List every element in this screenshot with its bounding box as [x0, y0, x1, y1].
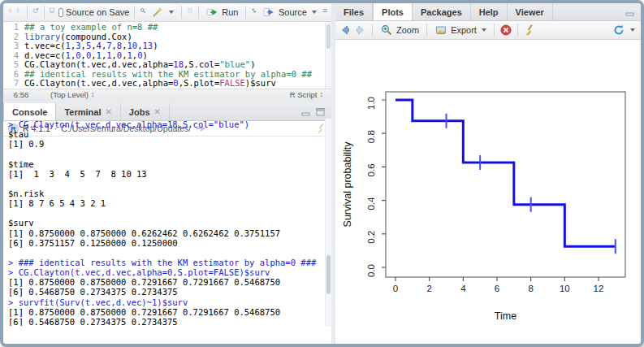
compile-report-icon[interactable] [187, 6, 193, 19]
previous-plot-icon[interactable] [339, 24, 352, 37]
svg-text:12: 12 [594, 284, 604, 293]
source-button[interactable]: Source [260, 5, 319, 20]
chevron-down-icon [169, 11, 174, 14]
console-line: $surv [8, 218, 325, 228]
line-number: 7 [3, 79, 24, 89]
minimize-pane-icon[interactable] [625, 7, 636, 18]
svg-text:0.8: 0.8 [366, 130, 376, 143]
export-plot-button[interactable]: Export [432, 23, 489, 37]
nav-back-icon[interactable] [6, 6, 13, 19]
run-label: Run [222, 7, 238, 17]
rerun-icon[interactable] [251, 6, 257, 19]
svg-text:Survival probability: Survival probability [342, 141, 353, 228]
tab-plots[interactable]: Plots [373, 3, 413, 20]
plots-toolbar: Zoom Export [335, 21, 641, 40]
tab-label: Terminal [64, 107, 101, 117]
console-line: [1] 1 3 4 5 7 8 10 13 [8, 169, 325, 179]
scope-label: (Top Level) [50, 90, 89, 99]
maximize-pane-icon[interactable] [315, 106, 326, 118]
console-line: > CG.Clayton(t.vec,d.vec,alpha=0,S.plot=… [8, 267, 325, 277]
console-line: > survfit(Surv(t.vec,d.vec)~1)$surv [8, 297, 325, 307]
search-icon[interactable] [140, 6, 146, 19]
plots-tabbar: Files Plots Packages Help Viewer [335, 3, 641, 21]
plots-pane: Files Plots Packages Help Viewer [335, 3, 641, 344]
run-icon [205, 6, 218, 19]
console-line: $n.risk [8, 189, 325, 198]
cursor-position: 6:56 [3, 90, 39, 99]
minimize-pane-icon[interactable] [300, 106, 312, 118]
code-line: 1## a toy example of n=8 ## [3, 23, 331, 33]
svg-text:0.0: 0.0 [366, 264, 376, 277]
file-type-selector[interactable]: R Script ↕ [290, 90, 323, 99]
tab-label: Plots [382, 7, 404, 17]
tab-packages[interactable]: Packages [413, 3, 471, 20]
next-plot-icon[interactable] [354, 24, 367, 37]
zoom-plot-button[interactable]: Zoom [378, 23, 421, 37]
run-button[interactable]: Run [203, 5, 240, 20]
console-line: [1] 8 7 6 5 4 3 2 1 [8, 198, 325, 208]
console-line: [1] 0.8750000 0.8750000 0.6262462 0.6262… [8, 228, 325, 238]
line-number: 5 [3, 60, 24, 70]
separator [245, 6, 246, 19]
line-number: 3 [3, 41, 24, 51]
tab-jobs[interactable]: Jobs ✕ [121, 103, 170, 120]
editor-scrollbar[interactable] [325, 23, 331, 89]
editor-toolbar: Source on Save Run [3, 3, 331, 22]
document-outline-icon[interactable] [322, 6, 328, 19]
chevron-down-icon [312, 11, 317, 14]
tab-label: Packages [421, 7, 462, 17]
code-line: 5CG.Clayton(t.vec,d.vec,alpha=18,S.col="… [3, 60, 331, 70]
refresh-plot-button[interactable] [610, 23, 638, 37]
console-line: [6] 0.5468750 0.2734375 0.2734375 [8, 287, 325, 297]
survival-plot: 0246810120.00.20.40.60.81.0TimeSurvival … [335, 40, 641, 344]
nav-forward-icon[interactable] [15, 6, 22, 19]
code-tools-button[interactable] [149, 5, 176, 20]
file-type-label: R Script [290, 90, 318, 99]
console-scrollbar[interactable] [325, 119, 331, 326]
tab-label: Viewer [516, 7, 544, 17]
save-icon[interactable] [49, 6, 55, 19]
clear-all-plots-broom-icon[interactable] [523, 24, 536, 37]
tab-viewer[interactable]: Viewer [508, 3, 553, 20]
plot-canvas: 0246810120.00.20.40.60.81.0TimeSurvival … [335, 40, 641, 344]
scope-selector[interactable]: (Top Level) ↕ [50, 90, 95, 99]
tab-help[interactable]: Help [471, 3, 508, 20]
separator [426, 24, 427, 37]
console-output[interactable]: > CG.Clayton(t.vec,d.vec,alpha=18,S.col=… [3, 119, 325, 326]
remove-plot-icon[interactable] [499, 24, 512, 37]
tab-label: Console [12, 107, 47, 117]
console-line: > ### identical results with the KM esti… [8, 258, 325, 267]
code-editor[interactable]: 1## a toy example of n=8 ##2library(comp… [3, 23, 331, 89]
svg-text:0.2: 0.2 [366, 231, 376, 244]
editor-scrollbar-thumb[interactable] [326, 24, 331, 49]
console-line: $tau [8, 129, 325, 139]
updown-icon: ↕ [320, 90, 324, 98]
open-in-new-window-icon[interactable] [32, 6, 39, 19]
close-icon[interactable]: ✕ [105, 107, 111, 116]
tab-files[interactable]: Files [335, 3, 373, 20]
source-icon [262, 6, 275, 19]
console-line [8, 149, 325, 158]
console-line: $time [8, 159, 325, 169]
console-line [8, 248, 325, 258]
tab-console[interactable]: Console [3, 103, 56, 120]
updown-icon: ↕ [91, 90, 95, 98]
rstudio-window: Source on Save Run [0, 0, 644, 347]
export-label: Export [451, 25, 477, 35]
svg-text:0: 0 [393, 284, 398, 293]
line-number: 1 [3, 23, 24, 33]
code-line: 7CG.Clayton(t.vec,d.vec,alpha=0,S.plot=F… [3, 79, 331, 89]
tab-label: Jobs [129, 107, 150, 117]
magic-wand-icon [151, 6, 164, 19]
svg-text:4: 4 [460, 284, 466, 293]
console-scrollbar-thumb[interactable] [326, 255, 331, 294]
tab-terminal[interactable]: Terminal ✕ [56, 103, 120, 120]
separator [44, 6, 45, 19]
svg-text:1.0: 1.0 [366, 97, 376, 110]
console-line: [6] 0.3751157 0.1250000 0.1250000 [8, 238, 325, 248]
zoom-magnifier-icon [380, 24, 393, 37]
separator [181, 6, 182, 19]
close-icon[interactable]: ✕ [154, 107, 161, 116]
source-on-save-checkbox[interactable] [58, 8, 64, 17]
svg-text:0.6: 0.6 [366, 163, 376, 176]
